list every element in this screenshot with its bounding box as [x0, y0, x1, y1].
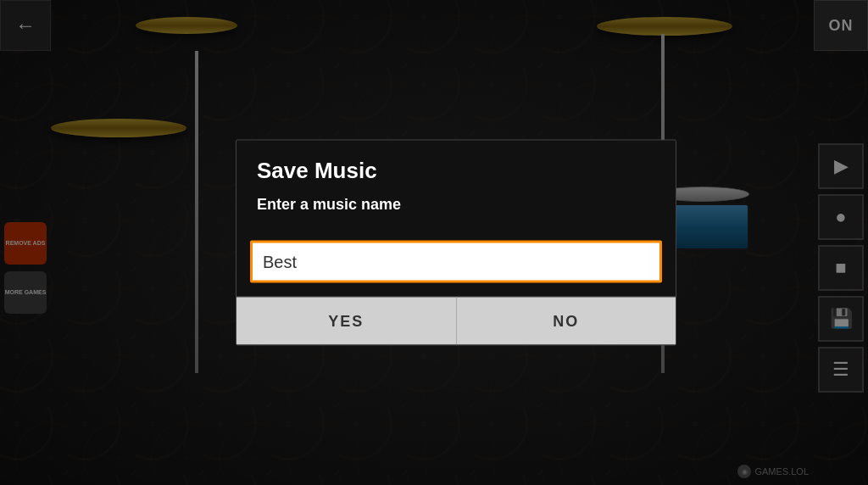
dialog-buttons: YES NO — [236, 297, 676, 345]
dialog-input-area — [236, 232, 676, 297]
no-button[interactable]: NO — [457, 298, 676, 345]
dialog-subtitle: Enter a music name — [257, 196, 655, 222]
dialog-header: Save Music Enter a music name — [236, 141, 676, 232]
yes-button[interactable]: YES — [236, 298, 457, 345]
save-music-dialog: Save Music Enter a music name YES NO — [236, 140, 676, 346]
dialog-title: Save Music — [257, 158, 655, 184]
music-name-input[interactable] — [250, 241, 662, 283]
